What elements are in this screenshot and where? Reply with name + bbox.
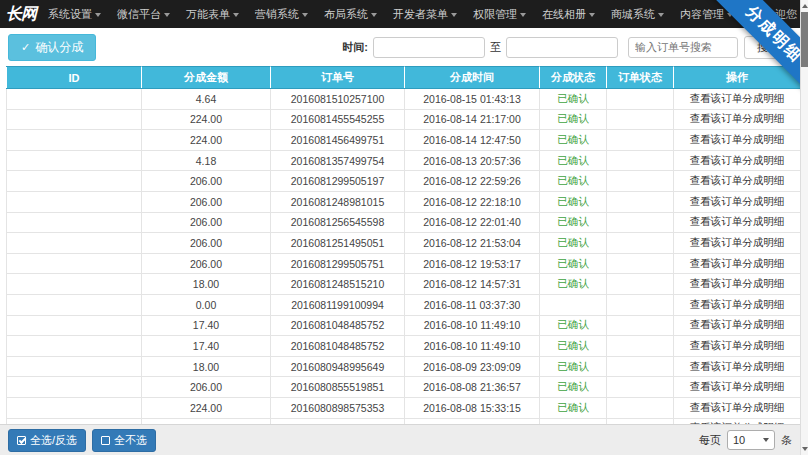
view-order-split-link[interactable]: 查看该订单分成明细 [690, 257, 785, 269]
cell-time: 2016-08-12 22:18:10 [405, 191, 540, 212]
cell-time-text: 2016-08-14 12:47:50 [423, 134, 521, 146]
select-all-button[interactable]: 全选/反选 [8, 429, 86, 452]
cell-amount-text: 206.00 [190, 216, 222, 228]
cell-order-no: 2016080948995649 [271, 356, 405, 377]
per-page-select[interactable]: 10 [727, 430, 775, 450]
time-to-input[interactable] [506, 37, 618, 58]
cell-amount: 18.00 [142, 356, 271, 377]
nav-menu: 系统设置微信平台万能表单营销系统布局系统开发者菜单权限管理在线相册商城系统内容管… [48, 0, 749, 28]
nav-item-6[interactable]: 权限管理 [473, 0, 526, 28]
cell-amount: 224.00 [142, 397, 271, 418]
view-order-split-link[interactable]: 查看该订单分成明细 [690, 401, 785, 413]
nav-item-5[interactable]: 开发者菜单 [393, 0, 457, 28]
cell-status-text: 已确认 [557, 401, 589, 413]
cell-amount-text: 18.00 [193, 278, 219, 290]
col-header-order-status: 订单状态 [607, 67, 674, 89]
scroll-up-icon[interactable] [802, 4, 808, 8]
cell-action: 查看该订单分成明细 [674, 171, 801, 192]
cell-status-text: 已确认 [557, 133, 589, 145]
view-order-split-link[interactable]: 查看该订单分成明细 [690, 215, 785, 227]
cell-status: 已确认 [540, 253, 607, 274]
chevron-down-icon [164, 13, 170, 17]
cell-order-no: 2016081456499751 [271, 130, 405, 151]
cell-order-status [607, 191, 674, 212]
nav-item-7[interactable]: 在线相册 [542, 0, 595, 28]
cell-status: 已确认 [540, 150, 607, 171]
table-body: 4.6420160815102571002016-08-15 01:43:13已… [7, 89, 801, 439]
nav-item-0[interactable]: 系统设置 [48, 0, 101, 28]
cell-amount: 0.00 [142, 294, 271, 315]
cell-time: 2016-08-12 14:57:31 [405, 274, 540, 295]
scrollbar-thumb[interactable] [801, 12, 808, 67]
cell-order-status [607, 171, 674, 192]
view-order-split-link[interactable]: 查看该订单分成明细 [690, 339, 785, 351]
nav-item-8[interactable]: 商城系统 [611, 0, 664, 28]
cell-action: 查看该订单分成明细 [674, 150, 801, 171]
view-order-split-link[interactable]: 查看该订单分成明细 [690, 133, 785, 145]
cell-id [7, 191, 142, 212]
per-page-label: 每页 [699, 433, 721, 448]
view-order-split-link[interactable]: 查看该订单分成明细 [690, 277, 785, 289]
view-order-split-link[interactable]: 查看该订单分成明细 [690, 380, 785, 392]
cell-amount-text: 17.40 [193, 340, 219, 352]
nav-item-2[interactable]: 万能表单 [186, 0, 239, 28]
view-order-split-link[interactable]: 查看该订单分成明细 [690, 174, 785, 186]
cell-time: 2016-08-14 12:47:50 [405, 130, 540, 151]
cell-status-text: 已确认 [557, 380, 589, 392]
view-order-split-link[interactable]: 查看该订单分成明细 [690, 236, 785, 248]
cell-order-no-text: 2016081199100994 [291, 299, 384, 311]
nav-item-3[interactable]: 营销系统 [255, 0, 308, 28]
table-row: 224.0020160808985753532016-08-08 15:33:1… [7, 397, 801, 418]
cell-status-text: 已确认 [557, 195, 589, 207]
cell-id [7, 397, 142, 418]
nav-item-4[interactable]: 布局系统 [324, 0, 377, 28]
cell-order-status [607, 377, 674, 398]
chevron-down-icon [95, 13, 101, 17]
cell-status-text: 已确认 [557, 112, 589, 124]
cell-order-no-text: 2016080855519851 [291, 381, 384, 393]
cell-amount: 224.00 [142, 130, 271, 151]
cell-amount: 224.00 [142, 109, 271, 130]
cell-id [7, 109, 142, 130]
chevron-down-icon [520, 13, 526, 17]
table-row: 18.0020160809489956492016-08-09 23:09:09… [7, 356, 801, 377]
order-search-input[interactable] [628, 37, 738, 58]
view-order-split-link[interactable]: 查看该订单分成明细 [690, 195, 785, 207]
col-header-action: 操作 [674, 67, 801, 89]
cell-status: 已确认 [540, 356, 607, 377]
cell-amount: 18.00 [142, 274, 271, 295]
cell-order-no: 2016080855519851 [271, 377, 405, 398]
confirm-split-button[interactable]: ✓ 确认分成 [8, 34, 96, 61]
nav-item-1[interactable]: 微信平台 [117, 0, 170, 28]
view-order-split-link[interactable]: 查看该订单分成明细 [690, 318, 785, 330]
time-from-input[interactable] [373, 37, 485, 58]
table-row: 4.6420160815102571002016-08-15 01:43:13已… [7, 89, 801, 110]
view-order-split-link[interactable]: 查看该订单分成明细 [690, 92, 785, 104]
chevron-down-icon [233, 13, 239, 17]
cell-time-text: 2016-08-13 20:57:36 [423, 155, 521, 167]
cell-time-text: 2016-08-14 21:17:00 [423, 113, 521, 125]
cell-order-status [607, 253, 674, 274]
view-order-split-link[interactable]: 查看该订单分成明细 [690, 154, 785, 166]
view-order-split-link[interactable]: 查看该订单分成明细 [690, 360, 785, 372]
cell-id [7, 130, 142, 151]
cell-id [7, 89, 142, 110]
cell-time: 2016-08-10 11:49:10 [405, 336, 540, 357]
cell-amount-text: 224.00 [190, 113, 222, 125]
scroll-down-icon[interactable] [802, 447, 808, 451]
cell-status-text: 已确认 [557, 236, 589, 248]
cell-order-status [607, 89, 674, 110]
view-order-split-link[interactable]: 查看该订单分成明细 [690, 112, 785, 124]
col-header-id: ID [7, 67, 142, 89]
view-order-split-link[interactable]: 查看该订单分成明细 [690, 298, 785, 310]
cell-id [7, 150, 142, 171]
table-header-row: ID 分成金额 订单号 分成时间 分成状态 订单状态 操作 [7, 67, 801, 89]
cell-id [7, 274, 142, 295]
table-row: 206.0020160812995051972016-08-12 22:59:2… [7, 171, 801, 192]
table-row: 0.0020160811991009942016-08-11 03:37:30查… [7, 294, 801, 315]
vertical-scrollbar[interactable] [800, 0, 808, 455]
cell-status: 已确认 [540, 274, 607, 295]
select-none-button[interactable]: 全不选 [92, 429, 156, 452]
cell-status: 已确认 [540, 191, 607, 212]
col-header-time: 分成时间 [405, 67, 540, 89]
